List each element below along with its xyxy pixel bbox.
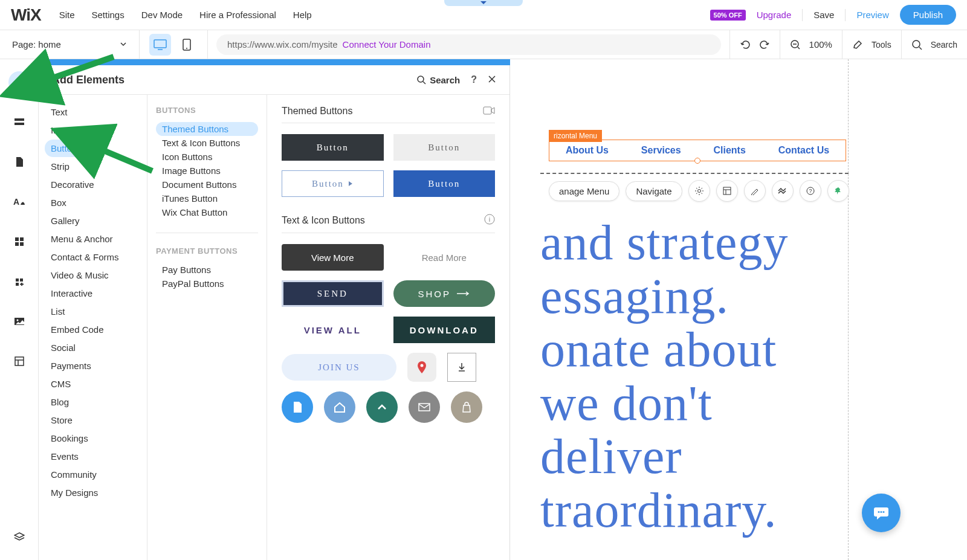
manage-menu-button[interactable]: anage Menu bbox=[549, 181, 619, 201]
hero-text[interactable]: and strategy essaging. onate about we do… bbox=[540, 216, 828, 537]
menu-help[interactable]: Help bbox=[293, 10, 312, 20]
top-expand-handle[interactable] bbox=[444, 0, 523, 6]
design-icon[interactable] bbox=[744, 180, 766, 202]
category-contact-forms[interactable]: Contact & Forms bbox=[45, 248, 125, 266]
circle-button-bag[interactable] bbox=[451, 391, 482, 423]
video-preview-icon[interactable] bbox=[483, 106, 495, 117]
button-shop[interactable]: SHOP bbox=[393, 280, 496, 307]
category-community[interactable]: Community bbox=[45, 466, 103, 483]
subcat-wix-chat-button[interactable]: Wix Chat Button bbox=[156, 205, 258, 219]
panel-help-icon[interactable]: ? bbox=[471, 74, 477, 85]
subcat-image-buttons[interactable]: Image Buttons bbox=[156, 164, 258, 178]
circle-button-up[interactable] bbox=[366, 391, 398, 423]
animation-icon[interactable] bbox=[772, 180, 794, 202]
business-icon[interactable] bbox=[8, 271, 30, 292]
search-group[interactable]: Search bbox=[902, 30, 967, 59]
layout-icon[interactable] bbox=[716, 180, 738, 202]
category-bookings[interactable]: Bookings bbox=[45, 430, 94, 447]
circle-button-document[interactable] bbox=[282, 391, 313, 423]
themed-button-dark[interactable]: Button bbox=[282, 134, 384, 161]
category-button[interactable]: Button bbox=[45, 140, 83, 157]
horizontal-menu[interactable]: About Us Services Clients Contact Us bbox=[549, 140, 846, 161]
nav-about[interactable]: About Us bbox=[566, 145, 609, 156]
themed-button-blue[interactable]: Button bbox=[393, 170, 496, 197]
category-interactive[interactable]: Interactive bbox=[45, 285, 99, 302]
category-events[interactable]: Events bbox=[45, 448, 85, 465]
button-download[interactable]: DOWNLOAD bbox=[393, 317, 496, 343]
pin-icon[interactable] bbox=[827, 180, 849, 202]
category-gallery[interactable]: Gallery bbox=[45, 212, 86, 230]
subcat-document-buttons[interactable]: Document Buttons bbox=[156, 178, 258, 191]
nav-services[interactable]: Services bbox=[641, 145, 681, 156]
subcat-text-icon-buttons[interactable]: Text & Icon Buttons bbox=[156, 136, 258, 150]
category-menu-anchor[interactable]: Menu & Anchor bbox=[45, 230, 119, 248]
panel-search-button[interactable]: Search bbox=[416, 75, 460, 85]
preview-button[interactable]: Preview bbox=[856, 10, 888, 20]
theme-icon[interactable]: A bbox=[8, 191, 30, 213]
zoom-out-icon[interactable] bbox=[790, 39, 801, 50]
connect-domain-link[interactable]: Connect Your Domain bbox=[343, 39, 431, 50]
themed-button-light[interactable]: Button bbox=[393, 134, 496, 161]
navigate-button[interactable]: Navigate bbox=[626, 181, 682, 201]
chat-fab[interactable] bbox=[862, 494, 901, 532]
circle-button-mail[interactable] bbox=[409, 391, 440, 423]
menu-site[interactable]: Site bbox=[59, 10, 75, 20]
category-cms[interactable]: CMS bbox=[45, 375, 77, 393]
publish-button[interactable]: Publish bbox=[900, 5, 956, 25]
button-view-more[interactable]: View More bbox=[282, 244, 384, 271]
subcat-paypal-buttons[interactable]: PayPal Buttons bbox=[156, 277, 258, 291]
menu-hire[interactable]: Hire a Professional bbox=[199, 10, 276, 20]
category-box[interactable]: Box bbox=[45, 194, 73, 211]
settings-icon[interactable] bbox=[688, 180, 710, 202]
save-button[interactable]: Save bbox=[813, 10, 834, 20]
category-video-music[interactable]: Video & Music bbox=[45, 266, 115, 284]
panel-close-icon[interactable] bbox=[488, 74, 496, 86]
page-selector[interactable]: Page: home bbox=[0, 39, 139, 50]
category-payments[interactable]: Payments bbox=[45, 357, 97, 375]
pages-icon[interactable] bbox=[8, 151, 30, 173]
category-social[interactable]: Social bbox=[45, 339, 82, 356]
menu-devmode[interactable]: Dev Mode bbox=[141, 10, 183, 20]
category-list[interactable]: List bbox=[45, 303, 71, 320]
resize-handle[interactable] bbox=[694, 158, 700, 164]
subcat-itunes-button[interactable]: iTunes Button bbox=[156, 191, 258, 205]
nav-contact[interactable]: Contact Us bbox=[778, 145, 829, 156]
subcat-icon-buttons[interactable]: Icon Buttons bbox=[156, 150, 258, 164]
themed-button-outline[interactable]: Button bbox=[282, 170, 384, 197]
button-view-all[interactable]: VIEW ALL bbox=[282, 317, 384, 343]
cms-icon[interactable] bbox=[8, 350, 30, 372]
category-text[interactable]: Text bbox=[45, 103, 74, 121]
sections-icon[interactable] bbox=[8, 111, 30, 133]
upgrade-link[interactable]: Upgrade bbox=[757, 10, 792, 20]
button-read-more[interactable]: Read More bbox=[393, 244, 496, 271]
category-my-designs[interactable]: My Designs bbox=[45, 484, 104, 501]
menu-settings[interactable]: Settings bbox=[92, 10, 125, 20]
subcat-themed-buttons[interactable]: Themed Buttons bbox=[156, 122, 258, 136]
button-location-icon[interactable] bbox=[407, 353, 436, 382]
desktop-view-button[interactable] bbox=[149, 34, 171, 56]
layers-icon[interactable] bbox=[8, 526, 30, 548]
subcat-pay-buttons[interactable]: Pay Buttons bbox=[156, 263, 258, 277]
category-strip[interactable]: Strip bbox=[45, 158, 76, 175]
category-image[interactable]: Image bbox=[45, 121, 82, 139]
button-send[interactable]: SEND bbox=[282, 280, 384, 307]
category-store[interactable]: Store bbox=[45, 411, 79, 429]
help-icon[interactable]: ? bbox=[800, 180, 821, 202]
apps-icon[interactable] bbox=[8, 231, 30, 253]
tools-group[interactable]: Tools bbox=[842, 30, 901, 59]
mobile-view-button[interactable] bbox=[176, 34, 198, 56]
circle-button-home[interactable] bbox=[324, 391, 355, 423]
redo-icon[interactable] bbox=[759, 39, 770, 50]
zoom-group[interactable]: 100% bbox=[780, 30, 842, 59]
add-elements-button[interactable] bbox=[8, 71, 30, 93]
undo-icon[interactable] bbox=[740, 39, 751, 50]
media-icon[interactable] bbox=[8, 311, 30, 332]
url-bar[interactable]: https://www.wix.com/mysite Connect Your … bbox=[216, 34, 721, 55]
button-download-icon[interactable] bbox=[447, 353, 476, 382]
button-join-us[interactable]: JOIN US bbox=[282, 354, 396, 381]
wix-logo[interactable]: WiX bbox=[11, 5, 41, 25]
nav-clients[interactable]: Clients bbox=[713, 145, 745, 156]
category-blog[interactable]: Blog bbox=[45, 393, 75, 411]
info-icon[interactable]: i bbox=[484, 214, 495, 227]
category-embed-code[interactable]: Embed Code bbox=[45, 321, 110, 338]
